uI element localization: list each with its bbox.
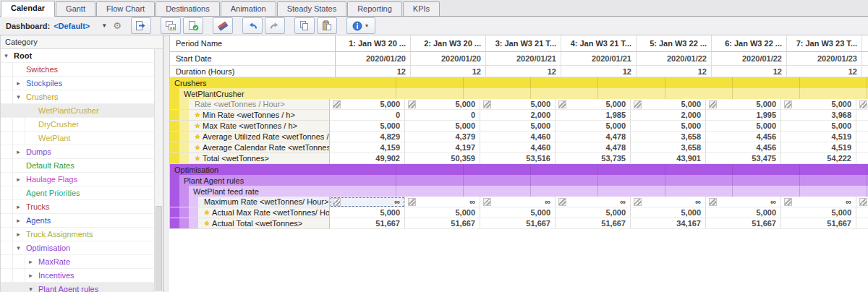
expand-icon[interactable]: ▸ (13, 148, 24, 155)
cell-actual_total-3[interactable]: 51,667 (480, 218, 556, 229)
cell-maximum_rate-1[interactable]: ∞ (330, 197, 405, 207)
cell-maximum_rate-6[interactable]: ∞ (706, 197, 781, 207)
cell-maximum_rate-8[interactable]: ∞ (856, 197, 868, 207)
row-label-cell[interactable]: Rate <wetTonnes / Hour> (170, 99, 330, 110)
column-header[interactable]: 4: Jan W3 21 T... (561, 35, 637, 52)
cell-min_rate-6[interactable]: 1,995 (706, 110, 781, 121)
cell-duration-8[interactable]: 12 (862, 66, 868, 77)
duplicate-view-button[interactable] (161, 17, 181, 34)
cell-rate-1[interactable]: 5,000 (330, 99, 405, 110)
cell-maximum_rate-2[interactable]: ∞ (405, 197, 480, 207)
cell-start_date-7[interactable]: 2020/01/23 (787, 52, 862, 66)
row-label-cell[interactable]: Start Date (170, 52, 336, 66)
cell-total-8[interactable]: 49,518 (856, 153, 868, 164)
cell-start_date-1[interactable]: 2020/01/20 (336, 52, 411, 66)
tab-animation[interactable]: Animation (221, 1, 276, 16)
expand-icon[interactable]: ▸ (25, 258, 36, 265)
collapse-icon[interactable]: ▾ (25, 285, 36, 292)
row-label-cell[interactable]: ★Average Calendar Rate <wetTonnes... (170, 142, 330, 153)
export-view-button[interactable] (131, 17, 151, 34)
sidebar-item-dumps[interactable]: ▸Dumps (1, 145, 154, 159)
scrollbar-thumb[interactable] (156, 206, 162, 291)
cell-actual_max_rate-8[interactable]: 5,000 (856, 207, 868, 218)
cell-avg_calendar_rate-3[interactable]: 4,460 (480, 142, 556, 153)
cell-max_rate-6[interactable]: 5,000 (706, 121, 781, 132)
cell-duration-2[interactable]: 12 (411, 66, 486, 77)
cell-avg_calendar_rate-1[interactable]: 4,159 (330, 142, 405, 153)
tab-calendar[interactable]: Calendar (1, 1, 55, 17)
row-label-cell[interactable]: ★Total <wetTonnes> (170, 153, 330, 164)
cell-start_date-4[interactable]: 2020/01/21 (561, 52, 637, 66)
cell-min_rate-4[interactable]: 1,985 (556, 110, 631, 121)
cell-avg_calendar_rate-6[interactable]: 4,456 (706, 142, 781, 153)
cell-min_rate-7[interactable]: 3,968 (781, 110, 856, 121)
expand-icon[interactable]: ▸ (13, 80, 24, 87)
column-header[interactable]: 2: Jan W3 20 ... (411, 35, 486, 52)
cell-duration-3[interactable]: 12 (486, 66, 561, 77)
sidebar-item-drycrusher[interactable]: DryCrusher (1, 118, 154, 132)
tab-reporting[interactable]: Reporting (347, 1, 402, 16)
redo-button[interactable] (265, 17, 285, 34)
info-button[interactable]: ▼ (346, 17, 375, 34)
cell-maximum_rate-4[interactable]: ∞ (556, 197, 631, 207)
cell-actual_total-7[interactable]: 51,667 (781, 218, 856, 229)
sidebar-item-wetplant[interactable]: WetPlant (1, 132, 154, 145)
sidebar-item-crushers[interactable]: ▾Crushers (1, 90, 154, 104)
sidebar-item-haulage-flags[interactable]: ▸Haulage Flags (1, 173, 154, 186)
cell-start_date-2[interactable]: 2020/01/20 (411, 52, 486, 66)
cell-avg_calendar_rate-5[interactable]: 3,658 (631, 142, 706, 153)
band-plant_agent_rules[interactable]: Plant Agent rules (170, 175, 868, 186)
dashboard-select[interactable]: <Default> (54, 22, 90, 30)
cell-min_rate-5[interactable]: 2,000 (631, 110, 706, 121)
band-wetplant_feed_rate[interactable]: WetPlant feed rate (170, 186, 868, 197)
row-label-cell[interactable]: ★Average Utilized Rate <wetTonnes / ... (170, 132, 330, 142)
column-header[interactable]: 6: Jan W3 22 ... (712, 35, 787, 52)
cell-actual_total-6[interactable]: 51,667 (706, 218, 781, 229)
cell-start_date-8[interactable]: 2020/01/23 (862, 52, 868, 66)
row-label-cell[interactable]: Maximum Rate <wetTonnes/ Hour> (170, 197, 330, 207)
cell-total-7[interactable]: 54,222 (781, 153, 856, 164)
sidebar-item-default-rates[interactable]: Default Rates (1, 159, 154, 173)
cell-actual_max_rate-4[interactable]: 5,000 (556, 207, 631, 218)
cell-actual_max_rate-7[interactable]: 5,000 (781, 207, 856, 218)
column-header[interactable]: 8: Jan W3 23 T... (862, 35, 868, 52)
cell-avg_calendar_rate-2[interactable]: 4,197 (405, 142, 480, 153)
cell-min_rate-1[interactable]: 0 (330, 110, 405, 121)
cell-max_rate-4[interactable]: 5,000 (556, 121, 631, 132)
cell-avg_utilized_rate-3[interactable]: 4,460 (480, 132, 556, 142)
cell-maximum_rate-5[interactable]: ∞ (631, 197, 706, 207)
sidebar-item-switches[interactable]: Switches (1, 63, 154, 77)
tab-steady-states[interactable]: Steady States (277, 1, 347, 16)
cell-total-6[interactable]: 53,475 (706, 153, 781, 164)
column-header[interactable]: 3: Jan W3 21 T... (486, 35, 561, 52)
cell-actual_total-2[interactable]: 51,667 (405, 218, 480, 229)
copy-button[interactable] (294, 17, 315, 34)
cell-actual_max_rate-5[interactable]: 5,000 (631, 207, 706, 218)
expand-icon[interactable]: ▸ (25, 272, 36, 279)
paste-button[interactable] (317, 17, 337, 34)
collapse-icon[interactable]: ▾ (13, 93, 24, 100)
sidebar-item-plant-agent-rules[interactable]: ▾Plant Agent rules (1, 283, 154, 292)
tab-flow-chart[interactable]: Flow Chart (96, 1, 155, 16)
cell-max_rate-3[interactable]: 5,000 (480, 121, 556, 132)
cell-max_rate-7[interactable]: 5,000 (781, 121, 856, 132)
expand-icon[interactable]: ▸ (13, 217, 24, 224)
expand-icon[interactable]: ▸ (13, 231, 24, 238)
row-label-cell[interactable]: ★Actual Max Rate <wetTonnes/ Ho... (170, 207, 330, 218)
column-header[interactable]: 1: Jan W3 20 ... (336, 35, 411, 52)
tab-gantt[interactable]: Gantt (56, 1, 95, 16)
cell-actual_total-1[interactable]: 51,667 (330, 218, 405, 229)
sidebar-item-agent-priorities[interactable]: Agent Priorities (1, 186, 154, 200)
band-crushers[interactable]: Crushers (170, 77, 868, 88)
cell-actual_total-5[interactable]: 34,167 (631, 218, 706, 229)
cell-avg_utilized_rate-2[interactable]: 4,379 (405, 132, 480, 142)
cell-start_date-5[interactable]: 2020/01/22 (637, 52, 712, 66)
cell-duration-6[interactable]: 12 (712, 66, 787, 77)
cell-start_date-6[interactable]: 2020/01/22 (712, 52, 787, 66)
cell-actual_max_rate-2[interactable]: 5,000 (405, 207, 480, 218)
sidebar-item-optimisation[interactable]: ▾Optimisation (1, 241, 154, 255)
tab-kpis[interactable]: KPIs (403, 1, 440, 16)
cell-avg_calendar_rate-4[interactable]: 4,478 (556, 142, 631, 153)
cell-avg_utilized_rate-8[interactable]: 4,127 (856, 132, 868, 142)
row-label-cell[interactable]: ★Min Rate <wetTonnes / h> (170, 110, 330, 121)
